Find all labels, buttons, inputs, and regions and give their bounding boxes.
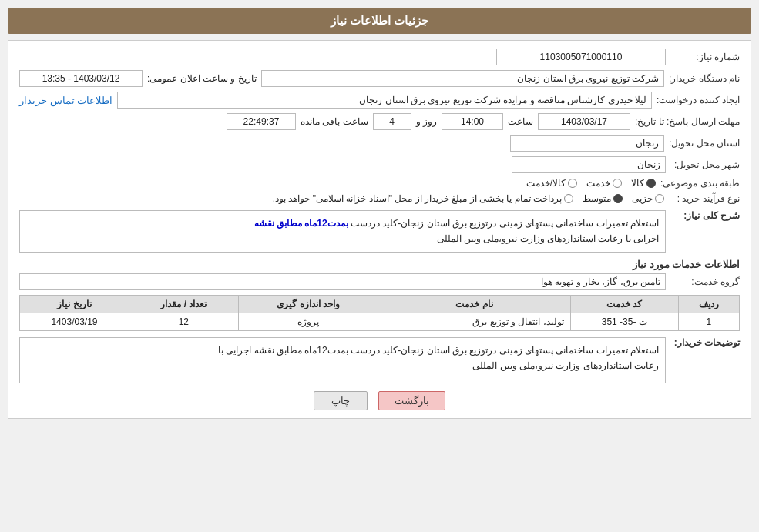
services-table-section: ردیف کد خدمت نام خدمت واحد اندازه گیری ت… — [19, 295, 740, 331]
radio-kala — [646, 179, 656, 188]
cell-name: تولید، انتقال و توزیع برق — [378, 313, 570, 330]
reply-date: 1403/03/17 — [538, 113, 630, 130]
buyer-desc-text2: رعایت استانداردهای وزارت نیرو،ملی وبین ا… — [472, 360, 659, 371]
org-name-label: نام دستگاه خریدار: — [669, 73, 740, 84]
need-desc-line2: اجرایی با رعایت استانداردهای وزارت نیرو،… — [437, 233, 659, 244]
need-desc-line1: استعلام تعمیرات ساختمانی پستهای زمینی در… — [348, 218, 659, 229]
col-unit: واحد اندازه گیری — [238, 295, 378, 313]
reply-deadline-label: مهلت ارسال پاسخ: تا تاریخ: — [635, 116, 740, 127]
action-buttons-row: بازگشت چاپ — [19, 391, 740, 410]
service-group-value: تامین برق، گاز، بخار و تهویه هوا — [19, 273, 666, 290]
purchase-jozii[interactable]: جزیی — [632, 193, 664, 204]
buyer-description-box: استعلام تعمیرات ساختمانی پستهای زمینی در… — [19, 337, 666, 383]
cell-unit: پروژه — [238, 313, 378, 330]
need-number-value: 1103005071000110 — [496, 49, 666, 65]
col-code: کد خدمت — [570, 295, 678, 313]
col-name: نام خدمت — [378, 295, 570, 313]
radio-kala-khedmat — [568, 179, 577, 188]
need-number-label: شماره نیاز: — [670, 52, 740, 62]
col-qty: تعداد / مقدار — [129, 295, 238, 313]
reply-time: 14:00 — [442, 113, 503, 130]
cell-qty: 12 — [129, 313, 238, 330]
category-label: طبقه بندی موضوعی: — [660, 178, 740, 189]
category-kala-khedmat[interactable]: کالا/خدمت — [526, 178, 577, 189]
announce-date-value: 1403/03/12 - 13:35 — [19, 70, 143, 87]
service-group-row: گروه خدمت: تامین برق، گاز، بخار و تهویه … — [19, 273, 740, 290]
announce-date-label: تاریخ و ساعت اعلان عمومی: — [147, 73, 257, 84]
radio-esnad — [564, 194, 573, 203]
col-id: ردیف — [678, 295, 739, 313]
service-group-label: گروه خدمت: — [670, 276, 740, 287]
purchase-type-options: جزیی متوسط پرداخت تمام یا بخشی از مبلغ خ… — [273, 193, 664, 204]
reply-remaining: 22:49:37 — [227, 113, 296, 130]
buyer-desc-text1: استعلام تعمیرات ساختمانی پستهای زمینی در… — [218, 345, 659, 356]
buyer-description-label: توضیحات خریدار: — [670, 337, 740, 348]
reply-time-label: ساعت — [508, 116, 533, 127]
creator-value: لیلا حیدری کارشناس مناقصه و مزایده شرکت … — [117, 92, 652, 109]
radio-jozii — [655, 194, 664, 203]
buyer-description-row: توضیحات خریدار: استعلام تعمیرات ساختمانی… — [19, 337, 740, 383]
radio-motvaset — [613, 194, 623, 203]
reply-days-label: روز و — [416, 116, 437, 127]
need-description-label: شرح کلی نیاز: — [670, 210, 740, 221]
service-section-title: اطلاعات خدمات مورد نیاز — [19, 259, 740, 270]
need-desc-highlight: بمدت12ماه مطابق نقشه — [254, 218, 348, 229]
back-button[interactable]: بازگشت — [378, 391, 445, 410]
purchase-esnad[interactable]: پرداخت تمام یا بخشی از مبلغ خریدار از مح… — [273, 193, 573, 204]
print-button[interactable]: چاپ — [314, 391, 368, 410]
reply-remaining-label: ساعت باقی مانده — [301, 116, 368, 127]
cell-id: 1 — [678, 313, 739, 330]
contact-link[interactable]: اطلاعات تماس خریدار — [19, 95, 113, 106]
need-description-box: استعلام تعمیرات ساختمانی پستهای زمینی در… — [19, 210, 666, 253]
cell-code: ت -35- 351 — [570, 313, 678, 330]
category-kala[interactable]: کالا — [631, 178, 656, 189]
purchase-type-label: نوع فرآیند خرید : — [670, 193, 740, 204]
cell-date: 1403/03/19 — [20, 313, 129, 330]
province-label: استان محل تحویل: — [669, 138, 740, 149]
table-row: 1 ت -35- 351 تولید، انتقال و توزیع برق پ… — [20, 313, 740, 330]
org-name-value: شرکت توزیع نیروی برق استان زنجان — [261, 70, 664, 87]
category-khedmat[interactable]: خدمت — [586, 178, 622, 189]
creator-label: ایجاد کننده درخواست: — [657, 95, 740, 105]
page-header: جزئیات اطلاعات نیاز — [8, 8, 751, 34]
reply-days: 4 — [373, 113, 411, 130]
category-options: کالا خدمت کالا/خدمت — [526, 178, 656, 189]
radio-khedmat — [613, 179, 622, 188]
col-date: تاریخ نیاز — [20, 295, 129, 313]
services-table: ردیف کد خدمت نام خدمت واحد اندازه گیری ت… — [19, 295, 740, 331]
province-value: زنجان — [510, 135, 664, 152]
city-label: شهر محل تحویل: — [670, 159, 740, 170]
purchase-motvaset[interactable]: متوسط — [583, 193, 623, 204]
city-value: زنجان — [512, 156, 666, 173]
